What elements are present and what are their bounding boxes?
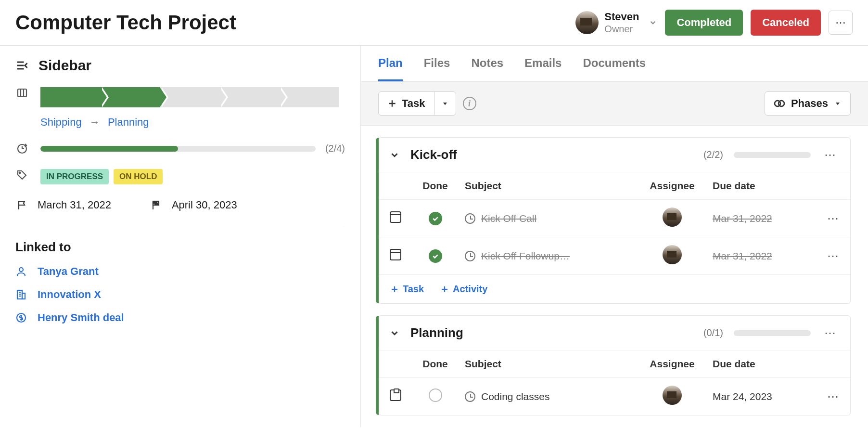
phase-add-activity[interactable]: Activity — [440, 284, 487, 295]
tab-notes[interactable]: Notes — [471, 56, 503, 81]
svg-rect-17 — [22, 293, 25, 299]
deal-icon — [15, 312, 27, 324]
linked-title: Linked to — [15, 240, 345, 255]
tab-plan[interactable]: Plan — [378, 56, 403, 81]
phase-title: Planning — [410, 325, 463, 340]
linked-item-company[interactable]: Innovation X — [15, 288, 345, 301]
stage-pipeline[interactable] — [40, 87, 339, 107]
col-subject: Subject — [458, 350, 638, 378]
done-check-icon[interactable] — [429, 212, 442, 225]
col-assignee: Assignee — [638, 172, 706, 200]
stage-link-from[interactable]: Shipping — [40, 116, 82, 128]
tab-emails[interactable]: Emails — [524, 56, 562, 81]
phase-accent — [376, 316, 379, 415]
svg-point-7 — [19, 172, 21, 174]
progress-bar — [40, 146, 316, 152]
task-subject: Coding classes — [481, 391, 549, 402]
task-more-button[interactable]: ⋯ — [824, 249, 842, 262]
col-due: Due date — [706, 350, 817, 378]
progress-fill — [40, 146, 178, 152]
stage-breadcrumb: Shipping → Planning — [40, 116, 339, 129]
done-empty-icon[interactable] — [429, 388, 442, 402]
task-due: Mar 31, 2022 — [713, 213, 772, 224]
task-row[interactable]: Coding classes Mar 24, 2023 ⋯ — [379, 378, 850, 415]
svg-marker-25 — [443, 103, 447, 105]
clipboard-icon — [390, 389, 401, 401]
clock-icon — [465, 251, 475, 261]
phase-planning: Planning (0/1) ⋯ Done Subject Assignee D… — [378, 315, 851, 415]
col-due: Due date — [706, 172, 817, 200]
progress-count: (2/4) — [325, 143, 345, 154]
avatar[interactable] — [663, 386, 682, 405]
tab-documents[interactable]: Documents — [583, 56, 646, 81]
phase-toggle[interactable] — [389, 150, 400, 160]
start-date: March 31, 2022 — [38, 199, 111, 211]
app-header: Computer Tech Project Steven Owner Compl… — [0, 0, 868, 46]
avatar[interactable] — [663, 207, 682, 227]
linked-item-deal[interactable]: Henry Smith deal — [15, 311, 345, 324]
phase-more-button[interactable]: ⋯ — [821, 148, 840, 162]
task-more-button[interactable]: ⋯ — [824, 212, 842, 225]
sidebar: Sidebar Shipping → Planning — [0, 46, 361, 427]
phase-add-task[interactable]: Task — [390, 284, 424, 295]
plan-toolbar: Task i Phases — [361, 82, 868, 126]
company-icon — [15, 289, 27, 300]
add-task-button-group: Task — [378, 91, 456, 116]
linked-item-label: Henry Smith deal — [38, 311, 124, 324]
more-icon: ⋯ — [835, 16, 846, 29]
add-task-button[interactable]: Task — [379, 97, 434, 110]
info-icon[interactable]: i — [463, 97, 476, 110]
user-name: Steven — [604, 10, 639, 24]
linked-item-label: Innovation X — [38, 288, 101, 301]
col-done: Done — [412, 350, 458, 378]
tag-icon — [15, 169, 29, 181]
phases-dropdown[interactable]: Phases — [765, 91, 851, 116]
phase-title: Kick-off — [410, 147, 457, 162]
phase-kickoff: Kick-off (2/2) ⋯ Done Subject Assignee D… — [378, 137, 851, 304]
stage-step[interactable] — [160, 87, 219, 107]
stage-step[interactable] — [100, 87, 160, 107]
tab-files[interactable]: Files — [424, 56, 450, 81]
col-subject: Subject — [458, 172, 638, 200]
task-subject: Kick Off Call — [481, 213, 536, 224]
task-row[interactable]: Kick Off Call Mar 31, 2022 ⋯ — [379, 200, 850, 237]
stage-step[interactable] — [279, 87, 339, 107]
collapse-sidebar-icon[interactable] — [15, 59, 29, 72]
task-row[interactable]: Kick Off Followup… Mar 31, 2022 ⋯ — [379, 237, 850, 275]
plus-icon — [387, 99, 397, 108]
completed-button[interactable]: Completed — [665, 10, 743, 36]
board-icon — [15, 87, 29, 99]
tag-on-hold[interactable]: ON HOLD — [114, 169, 163, 184]
project-title: Computer Tech Project — [15, 11, 236, 34]
tabs: PlanFilesNotesEmailsDocuments — [361, 46, 868, 82]
stage-step[interactable] — [219, 87, 279, 107]
phase-add-activity-label: Activity — [453, 284, 487, 295]
stage-step[interactable] — [40, 87, 100, 107]
task-more-button[interactable]: ⋯ — [824, 390, 842, 403]
col-assignee: Assignee — [638, 350, 706, 378]
user-role: Owner — [604, 23, 639, 35]
svg-marker-28 — [836, 103, 840, 105]
add-task-dropdown[interactable] — [434, 92, 456, 115]
progress-icon — [15, 143, 29, 155]
phase-more-button[interactable]: ⋯ — [821, 326, 840, 340]
add-task-label: Task — [402, 97, 425, 110]
task-subject: Kick Off Followup… — [481, 250, 570, 262]
user-menu[interactable]: Steven Owner — [575, 10, 657, 36]
tag-in-progress[interactable]: IN PROGRESS — [40, 169, 109, 184]
avatar[interactable] — [663, 245, 682, 264]
header-actions: Steven Owner Completed Canceled ⋯ — [575, 10, 853, 36]
canceled-button[interactable]: Canceled — [751, 10, 821, 36]
phase-progress-bar — [734, 152, 811, 158]
stage-link-to[interactable]: Planning — [108, 116, 149, 128]
start-flag-icon — [15, 199, 29, 211]
phase-toggle[interactable] — [389, 328, 400, 338]
phase-count: (0/1) — [703, 327, 723, 338]
end-date: April 30, 2023 — [172, 199, 237, 211]
more-actions-button[interactable]: ⋯ — [829, 11, 853, 35]
linked-item-label: Tanya Grant — [38, 265, 99, 278]
svg-point-27 — [779, 101, 784, 106]
task-due: Mar 24, 2023 — [713, 391, 772, 402]
linked-item-person[interactable]: Tanya Grant — [15, 265, 345, 278]
done-check-icon[interactable] — [429, 249, 442, 263]
